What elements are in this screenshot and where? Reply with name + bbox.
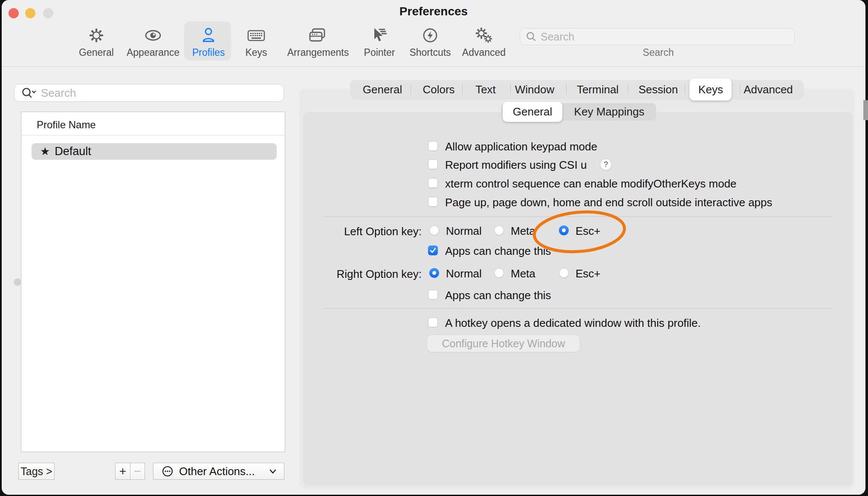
right-option-key-label: Right Option key:: [294, 268, 422, 281]
lightning-icon: [421, 26, 440, 45]
profile-search-field[interactable]: [14, 84, 284, 102]
radio-right-esc[interactable]: [559, 268, 569, 278]
search-icon: [525, 31, 537, 43]
tab-session[interactable]: Session: [639, 80, 678, 99]
add-remove-group: + −: [115, 463, 145, 480]
radio-left-esc[interactable]: [559, 225, 569, 235]
toolbar-item-arrangements[interactable]: Arrangements: [292, 23, 344, 61]
star-icon: ★: [40, 145, 50, 158]
header-divider: [21, 135, 285, 136]
toolbar-divider: [2, 66, 865, 67]
keyboard-icon: [246, 26, 266, 45]
checkbox-hotkey-window[interactable]: [428, 317, 438, 327]
edge-dot: [14, 278, 21, 286]
checkbox-label: A hotkey opens a dedicated window with t…: [445, 317, 701, 330]
edge-scrollbar-remnant: [863, 100, 868, 120]
radio-left-meta[interactable]: [494, 225, 504, 235]
person-icon: [199, 26, 218, 45]
radio-label: Esc+: [576, 225, 601, 238]
radio-label: Esc+: [576, 267, 601, 280]
checkbox-left-apps-can-change[interactable]: [428, 245, 438, 255]
tab-advanced[interactable]: Advanced: [744, 80, 793, 99]
radio-label: Normal: [446, 267, 482, 280]
radio-label: Normal: [446, 225, 482, 238]
gears-icon: [473, 26, 495, 45]
checkbox-csi-u[interactable]: [428, 159, 438, 169]
remove-profile-button[interactable]: −: [130, 463, 145, 480]
radio-label: Meta: [511, 267, 535, 280]
toolbar-item-label: Advanced: [462, 47, 506, 58]
toolbar-item-label: Pointer: [364, 47, 395, 58]
configure-hotkey-label: Configure Hotkey Window: [442, 337, 565, 350]
checkbox-right-apps-can-change[interactable]: [428, 290, 438, 300]
toolbar-item-label: General: [79, 47, 114, 58]
toolbar-item-label: Arrangements: [287, 47, 349, 58]
configure-hotkey-window-button[interactable]: Configure Hotkey Window: [427, 335, 580, 352]
other-actions-label: Other Actions...: [179, 465, 255, 478]
tab-general[interactable]: General: [363, 80, 402, 99]
tab-window[interactable]: Window: [515, 80, 554, 99]
add-profile-button[interactable]: +: [115, 463, 130, 480]
toolbar-item-label: Keys: [245, 47, 267, 58]
checkbox-label: Report modifiers using CSI u: [445, 159, 587, 172]
checkbox-label: Allow application keypad mode: [445, 140, 597, 153]
toolbar-search-caption: Search: [594, 47, 722, 58]
checkbox-label: xterm control sequence can enable modify…: [445, 177, 737, 190]
toolbar-item-keys[interactable]: Keys: [231, 23, 282, 61]
profile-search-input[interactable]: [41, 87, 271, 100]
checkbox-label: Page up, page down, home and end scroll …: [445, 196, 773, 209]
toolbar-item-label: Profiles: [192, 47, 225, 58]
gear-icon: [87, 26, 106, 45]
window-title: Preferences: [2, 5, 865, 18]
checkbox-modify-other-keys[interactable]: [428, 178, 438, 188]
toolbar-item-shortcuts[interactable]: Shortcuts: [405, 23, 456, 61]
section-divider: [323, 216, 833, 217]
preferences-window: Preferences General Appearance Profiles …: [2, 0, 865, 495]
checkmark-icon: [429, 246, 437, 254]
tags-button-label: Tags >: [20, 465, 52, 478]
ellipsis-circle-icon: [161, 465, 174, 478]
toolbar-search-field[interactable]: [520, 28, 795, 45]
profile-row-default[interactable]: ★ Default: [32, 143, 277, 160]
checkbox-label: Apps can change this: [445, 245, 551, 258]
eye-icon: [143, 26, 163, 45]
subtab-key-mappings[interactable]: Key Mappings: [574, 103, 645, 121]
windows-icon: [307, 26, 329, 45]
tab-text[interactable]: Text: [475, 80, 496, 99]
profile-list: Profile Name ★ Default: [21, 112, 285, 452]
radio-label: Meta: [511, 225, 535, 238]
help-button[interactable]: ?: [600, 159, 612, 170]
checkbox-keypad-mode[interactable]: [428, 141, 438, 151]
toolbar-item-appearance[interactable]: Appearance: [127, 23, 179, 61]
other-actions-dropdown[interactable]: Other Actions...: [153, 463, 284, 480]
tab-terminal[interactable]: Terminal: [577, 80, 619, 99]
tags-button[interactable]: Tags >: [18, 463, 55, 480]
radio-right-normal[interactable]: [429, 268, 439, 278]
toolbar-item-general[interactable]: General: [71, 23, 122, 61]
left-option-key-label: Left Option key:: [294, 225, 422, 238]
checkbox-scroll-outside-apps[interactable]: [428, 197, 438, 207]
tab-colors[interactable]: Colors: [422, 80, 454, 99]
profile-list-header: Profile Name: [37, 119, 96, 131]
section-divider: [323, 308, 833, 309]
subtab-general[interactable]: General: [513, 103, 553, 121]
tab-keys[interactable]: Keys: [698, 80, 723, 99]
search-scope-icon: [20, 87, 38, 99]
toolbar-item-label: Shortcuts: [409, 47, 451, 58]
radio-left-normal[interactable]: [429, 225, 439, 235]
toolbar-item-label: Appearance: [127, 47, 179, 58]
toolbar-item-pointer[interactable]: Pointer: [354, 23, 405, 61]
plus-icon: +: [119, 464, 126, 478]
profile-name: Default: [55, 145, 91, 158]
minus-icon: −: [134, 464, 141, 478]
radio-right-meta[interactable]: [494, 268, 504, 278]
checkbox-label: Apps can change this: [445, 289, 551, 302]
chevron-down-icon: [268, 466, 278, 476]
toolbar-item-profiles[interactable]: Profiles: [183, 23, 234, 61]
cursor-icon: [369, 26, 390, 45]
toolbar-search-input[interactable]: [541, 31, 779, 43]
toolbar-item-advanced[interactable]: Advanced: [458, 23, 509, 61]
